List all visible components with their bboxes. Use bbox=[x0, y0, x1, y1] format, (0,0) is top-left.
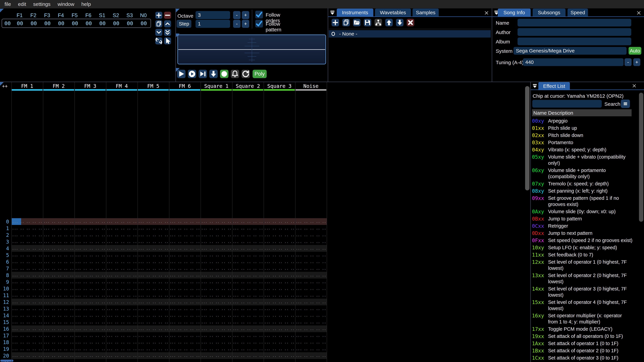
pattern-cell[interactable]: ... .. .. .. .. bbox=[264, 252, 295, 258]
pattern-cell[interactable]: ... .. .. .. .. bbox=[295, 359, 327, 362]
pattern-cell[interactable]: ... .. .. .. .. bbox=[169, 272, 200, 279]
repeat-button[interactable] bbox=[242, 70, 250, 78]
pattern-cell[interactable]: ... .. .. .. .. bbox=[106, 258, 138, 265]
pattern-cell[interactable]: ... .. .. .. .. bbox=[264, 352, 295, 359]
pattern-cell[interactable]: ... .. .. .. .. bbox=[264, 326, 295, 332]
pattern-cell[interactable]: ... .. .. .. .. bbox=[138, 232, 169, 238]
pattern-cell[interactable]: ... .. .. .. .. bbox=[232, 218, 264, 225]
orders-chevron-down-button[interactable] bbox=[155, 29, 162, 36]
pattern-cell[interactable]: ... .. .. .. .. bbox=[106, 359, 138, 362]
instrument-tree-button[interactable] bbox=[374, 19, 382, 26]
resize-grip[interactable] bbox=[176, 9, 180, 12]
pattern-cell[interactable]: ... .. .. .. .. bbox=[138, 352, 169, 359]
pattern-cell[interactable]: ... .. .. .. .. bbox=[74, 272, 106, 279]
checkbox-follow-pattern[interactable] bbox=[255, 20, 263, 27]
pattern-cell[interactable]: ... .. .. .. .. bbox=[295, 272, 327, 279]
orders-cell[interactable]: 00 bbox=[82, 19, 96, 27]
pattern-cell[interactable]: ... .. .. .. .. bbox=[43, 312, 74, 319]
step-forward-button[interactable] bbox=[198, 70, 207, 78]
pattern-cell[interactable]: ... .. .. .. .. bbox=[264, 279, 295, 285]
pattern-cell[interactable]: ... .. .. .. .. bbox=[106, 326, 138, 332]
pattern-cell[interactable]: ... .. .. .. .. bbox=[43, 252, 74, 258]
instrument-arrow-up-button[interactable] bbox=[385, 19, 393, 26]
step-label[interactable]: Step bbox=[176, 20, 191, 28]
pattern-cell[interactable]: ... .. .. .. .. bbox=[106, 279, 138, 285]
orders-cell[interactable]: 00 bbox=[54, 19, 68, 27]
collapse-arrow-icon[interactable] bbox=[532, 83, 538, 89]
pattern-cell[interactable]: ... .. .. .. .. bbox=[43, 272, 74, 279]
pattern-cell[interactable]: ... .. .. .. .. bbox=[74, 299, 106, 305]
pattern-cell[interactable]: ... .. .. .. .. bbox=[200, 319, 232, 326]
instrument-delete-x-button[interactable] bbox=[407, 19, 414, 26]
orders-cell[interactable]: 00 bbox=[137, 19, 150, 27]
pattern-cell[interactable]: ... .. .. .. .. bbox=[295, 292, 327, 299]
tab-song-info[interactable]: Song Info bbox=[498, 8, 531, 16]
pattern-cell[interactable]: ... .. .. .. .. bbox=[264, 319, 295, 326]
pattern-cell[interactable]: ... .. .. .. .. bbox=[232, 339, 264, 346]
pattern-cell[interactable]: ... .. .. .. .. bbox=[12, 265, 43, 272]
resize-grip[interactable] bbox=[0, 9, 4, 12]
collapse-arrow-icon[interactable] bbox=[330, 10, 336, 16]
orders-double-chevron-down-button[interactable] bbox=[164, 29, 171, 36]
pattern-cell[interactable]: ... .. .. .. .. bbox=[12, 326, 43, 332]
channel-header-fm-1[interactable]: FM 1 bbox=[12, 83, 43, 89]
hamburger-menu-button[interactable] bbox=[621, 99, 630, 108]
tab-wavetables[interactable]: Wavetables bbox=[375, 8, 411, 16]
pattern-cell[interactable]: ... .. .. .. .. bbox=[138, 312, 169, 319]
pattern-cell[interactable]: ... .. .. .. .. bbox=[169, 285, 200, 292]
poly-button[interactable]: Poly bbox=[252, 70, 267, 78]
pattern-cell[interactable]: ... .. .. .. .. bbox=[169, 359, 200, 362]
pattern-cell[interactable]: ... .. .. .. .. bbox=[169, 218, 200, 225]
tab-samples[interactable]: Samples bbox=[412, 8, 439, 16]
close-icon[interactable] bbox=[484, 10, 489, 16]
pattern-cell[interactable]: ... .. .. .. .. bbox=[74, 352, 106, 359]
tuning-plus-button[interactable]: + bbox=[633, 58, 640, 66]
pattern-cell[interactable]: ... .. .. .. .. bbox=[138, 245, 169, 252]
pattern-cell[interactable]: ... .. .. .. .. bbox=[264, 346, 295, 352]
pattern-cell[interactable]: ... .. .. .. .. bbox=[264, 312, 295, 319]
tuning-minus-button[interactable]: - bbox=[624, 58, 632, 66]
channel-header-fm-6[interactable]: FM 6 bbox=[169, 83, 200, 89]
step-minus-button[interactable]: - bbox=[233, 20, 240, 28]
pattern-cell[interactable]: ... .. .. .. .. bbox=[12, 225, 43, 232]
pattern-cell[interactable]: ... .. .. .. .. bbox=[232, 232, 264, 238]
pattern-cell[interactable]: ... .. .. .. .. bbox=[169, 352, 200, 359]
channel-header-fm-2[interactable]: FM 2 bbox=[43, 83, 74, 89]
pattern-cell[interactable]: ... .. .. .. .. bbox=[12, 279, 43, 285]
instrument-copy-button[interactable] bbox=[342, 19, 350, 26]
pattern-cell[interactable]: ... .. .. .. .. bbox=[106, 332, 138, 339]
pattern-cell[interactable]: ... .. .. .. .. bbox=[200, 359, 232, 362]
pattern-cell[interactable]: ... .. .. .. .. bbox=[138, 285, 169, 292]
effect-list-scrollbar[interactable] bbox=[639, 93, 643, 222]
pattern-cell[interactable]: ... .. .. .. .. bbox=[12, 238, 43, 245]
pattern-cell[interactable]: ... .. .. .. .. bbox=[74, 332, 106, 339]
pattern-cell[interactable]: ... .. .. .. .. bbox=[12, 352, 43, 359]
divider-vertical[interactable] bbox=[492, 8, 492, 82]
instrument-list-item[interactable]: - None - bbox=[329, 30, 491, 37]
pattern-cell[interactable]: ... .. .. .. .. bbox=[264, 332, 295, 339]
pattern-cell[interactable]: ... .. .. .. .. bbox=[138, 359, 169, 362]
pattern-cell[interactable]: ... .. .. .. .. bbox=[106, 305, 138, 312]
octave-plus-button[interactable]: + bbox=[242, 11, 249, 19]
divider-vertical[interactable] bbox=[176, 8, 176, 82]
tab-speed[interactable]: Speed bbox=[568, 8, 588, 16]
pattern-cell[interactable]: ... .. .. .. .. bbox=[264, 232, 295, 238]
pattern-cell[interactable]: ... .. .. .. .. bbox=[295, 218, 327, 225]
pattern-cell[interactable]: ... .. .. .. .. bbox=[232, 319, 264, 326]
menu-item-help[interactable]: help bbox=[78, 0, 94, 8]
orders-plus-button[interactable] bbox=[155, 12, 162, 19]
channel-header-fm-3[interactable]: FM 3 bbox=[74, 83, 106, 89]
pattern-cell[interactable]: ... .. .. .. .. bbox=[12, 285, 43, 292]
pattern-cell[interactable]: ... .. .. .. .. bbox=[264, 272, 295, 279]
tab-effect-list[interactable]: Effect List bbox=[538, 82, 570, 90]
pattern-cell[interactable]: ... .. .. .. .. bbox=[106, 232, 138, 238]
pattern-cell[interactable]: ... .. .. .. .. bbox=[12, 305, 43, 312]
pattern-cell[interactable]: ... .. .. .. .. bbox=[43, 225, 74, 232]
orders-selected-row[interactable]: 0000000000000000000000 bbox=[2, 19, 151, 28]
close-icon[interactable] bbox=[632, 83, 637, 88]
instrument-folder-open-button[interactable] bbox=[353, 19, 360, 26]
pattern-cell[interactable]: ... .. .. .. .. bbox=[200, 299, 232, 305]
pattern-cell[interactable]: ... .. .. .. .. bbox=[264, 292, 295, 299]
pattern-cell[interactable]: ... .. .. .. .. bbox=[12, 319, 43, 326]
pattern-cell[interactable]: ... .. .. .. .. bbox=[295, 238, 327, 245]
